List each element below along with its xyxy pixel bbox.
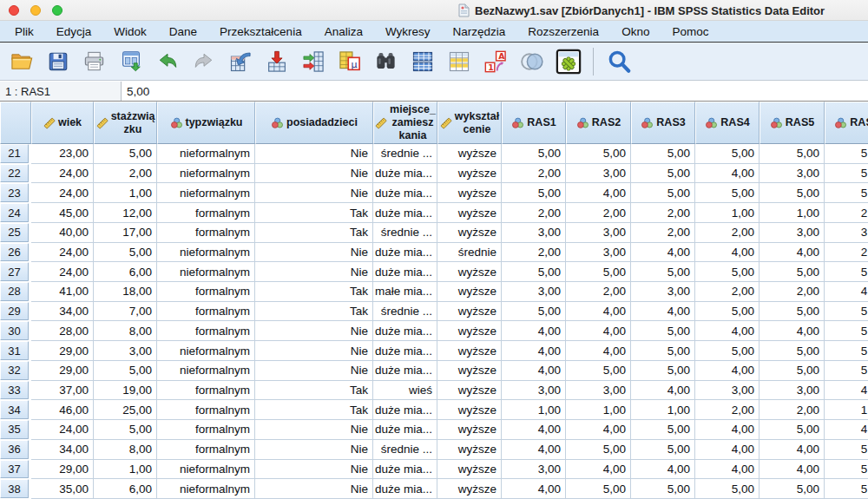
data-cell[interactable]: 4,00 [502,321,566,341]
data-cell[interactable]: Tak [255,203,373,223]
data-cell[interactable]: 4,00 [631,381,695,401]
row-header-32[interactable]: 32 [0,361,31,381]
data-cell[interactable]: 5,00 [94,144,157,164]
data-cell[interactable]: 1,00 [566,400,631,420]
column-header-posiadadzieci[interactable]: posiadadzieci [255,102,373,144]
data-cell[interactable]: wyższe [437,302,502,322]
data-cell[interactable]: 2,00 [566,282,631,302]
data-cell[interactable]: formalnym [157,282,255,302]
data-cell[interactable]: 5,00 [631,440,695,460]
data-cell[interactable]: 5,00 [502,144,566,164]
data-cell[interactable]: 5,00 [94,420,157,440]
find-button[interactable] [372,46,400,77]
column-header-ras5[interactable]: RAS5 [760,102,825,144]
goto-case-button[interactable] [226,46,254,77]
data-cell[interactable]: 3,00 [825,223,868,243]
data-cell[interactable]: 3,00 [566,381,631,401]
data-cell[interactable]: 1,00 [94,460,157,480]
data-cell[interactable]: 5,00 [631,361,695,381]
data-cell[interactable]: 4,00 [825,282,868,302]
data-cell[interactable]: 29,00 [31,361,94,381]
row-header-25[interactable]: 25 [0,223,31,243]
data-cell[interactable]: 5,00 [695,183,760,203]
data-cell[interactable]: Nie [255,183,373,203]
column-header-ras6[interactable]: RAS6 [825,102,868,144]
data-cell[interactable]: 4,00 [502,440,566,460]
data-cell[interactable]: wyższe [437,381,502,401]
data-cell[interactable]: 3,00 [502,460,566,480]
data-cell[interactable]: 4,00 [695,321,760,341]
data-cell[interactable]: 2,00 [695,282,760,302]
data-cell[interactable]: 5,00 [94,361,157,381]
data-cell[interactable]: 5,00 [825,341,868,361]
data-cell[interactable]: 4,00 [566,460,631,480]
data-cell[interactable]: 5,00 [631,341,695,361]
data-cell[interactable]: średnie ... [373,223,437,243]
maximize-button[interactable] [52,5,62,16]
goto-variable-button[interactable] [262,46,291,77]
column-header-ras3[interactable]: RAS3 [631,102,695,144]
data-cell[interactable]: 5,00 [566,144,631,164]
data-cell[interactable]: wyższe [437,203,502,223]
data-cell[interactable]: duże mia... [373,479,437,499]
column-header-ras4[interactable]: RAS4 [695,102,760,144]
data-cell[interactable]: nieformalnym [157,243,255,263]
data-cell[interactable]: 5,00 [502,262,566,282]
data-cell[interactable]: Nie [255,321,373,341]
data-cell[interactable]: 4,00 [760,321,825,341]
data-cell[interactable]: 4,00 [502,420,566,440]
menu-item-widok[interactable]: Widok [102,25,158,38]
data-cell[interactable]: wyższe [437,262,502,282]
data-cell[interactable]: 4,00 [502,361,566,381]
data-cell[interactable]: wyższe [437,400,502,420]
data-cell[interactable]: wyższe [437,223,502,243]
data-cell[interactable]: 3,00 [502,282,566,302]
data-cell[interactable]: 2,00 [631,203,695,223]
data-cell[interactable]: 5,00 [631,183,695,203]
row-header-36[interactable]: 36 [0,440,31,460]
data-cell[interactable]: 4,00 [760,243,825,263]
data-cell[interactable]: Tak [255,282,373,302]
data-cell[interactable]: 8,00 [94,440,157,460]
data-cell[interactable]: Tak [255,381,373,401]
data-cell[interactable]: formalnym [157,223,255,243]
data-cell[interactable]: Nie [255,420,373,440]
save-file-button[interactable] [43,46,72,77]
data-cell[interactable]: wyższe [437,341,502,361]
data-cell[interactable]: 5,00 [760,183,825,203]
data-cell[interactable]: 1,00 [502,400,566,420]
data-cell[interactable]: 25,00 [94,400,157,420]
data-cell[interactable]: średnie [437,243,502,263]
data-cell[interactable]: nieformalnym [157,479,255,499]
menu-item-plik[interactable]: Plik [3,25,45,38]
data-cell[interactable]: duże mia... [373,420,437,440]
data-cell[interactable]: nieformalnym [157,460,255,480]
data-cell[interactable]: 2,00 [502,243,566,263]
data-cell[interactable]: 5,00 [631,164,695,184]
row-header-33[interactable]: 33 [0,381,31,401]
data-cell[interactable]: 2,00 [760,282,825,302]
data-cell[interactable]: nieformalnym [157,262,255,282]
data-cell[interactable]: 5,00 [760,144,825,164]
data-cell[interactable]: Tak [255,223,373,243]
undo-button[interactable] [153,46,181,77]
menu-item-wykresy[interactable]: Wykresy [374,25,442,38]
column-header-miejsce_zamieszkania[interactable]: miejsce_ zamiesz kania [373,102,437,144]
recall-dialogs-button[interactable] [116,46,145,77]
data-cell[interactable]: 4,00 [695,420,760,440]
data-cell[interactable]: 6,00 [94,262,157,282]
data-cell[interactable]: 4,00 [566,183,631,203]
data-cell[interactable]: 5,00 [760,262,825,282]
row-header-30[interactable]: 30 [0,321,31,341]
data-cell[interactable]: wieś [373,381,437,401]
data-cell[interactable]: 19,00 [94,381,157,401]
data-cell[interactable]: 4,00 [695,440,760,460]
cell-value-field[interactable]: 5,00 [122,82,868,101]
data-cell[interactable]: 3,00 [631,282,695,302]
data-cell[interactable]: 5,00 [825,164,868,184]
data-cell[interactable]: 4,00 [502,479,566,499]
data-cell[interactable]: 5,00 [825,460,868,480]
menu-item-pomoc[interactable]: Pomoc [661,25,720,38]
data-cell[interactable]: duże mia... [373,460,437,480]
minimize-button[interactable] [30,5,41,16]
